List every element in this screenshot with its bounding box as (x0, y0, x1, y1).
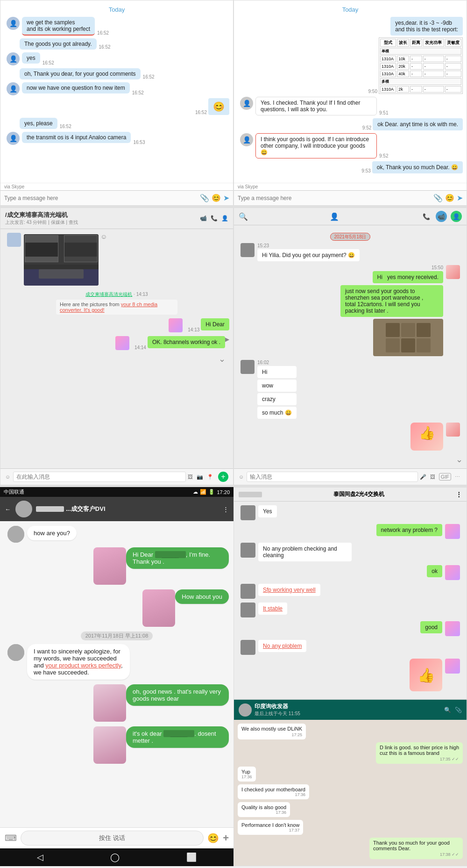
message-bubble: OK. 8channels working ok . (148, 336, 225, 348)
attachment-icon[interactable]: 📎 (200, 194, 209, 202)
list-item: Hi Dear _____, I'm fine. Thank you . (5, 547, 229, 585)
message-bubble: Hi Dear (201, 318, 229, 330)
phone-icon[interactable]: 📞 (211, 215, 218, 222)
message-bubble: Hi (257, 366, 297, 378)
message-bubble: oh, Thank you dear, for your good commen… (20, 68, 141, 79)
message-bubble: just now send your goods to shenzhen sea… (340, 285, 443, 317)
avatar (241, 243, 255, 257)
emoji-icon[interactable]: 😊 (212, 194, 221, 202)
table-row: 👤 I think your goods is good. If I can i… (238, 133, 463, 158)
message-bubble: We also mostly use DLiNK17:25 (238, 724, 306, 739)
whatsapp-header: 印度询收发器 最后上线于今天 11:55 🔍 📎 (234, 700, 467, 720)
list-item: Hi Dear 14:13 (4, 318, 229, 332)
message-bubble: How about you (175, 589, 229, 604)
message-bubble: oh, good news . that's really very goods… (126, 684, 229, 706)
table-row: 😊 16:52 (4, 98, 229, 115)
more-icon-switch[interactable]: ⋮ (456, 491, 462, 498)
wechat-panel-right: 🔍 👤 📞 📹 👤 2021年5月18日 15:23 Hi Yilia. Did… (234, 208, 467, 485)
message-bubble: how are you? (27, 526, 77, 540)
image-icon-wechat[interactable]: 🖼 (430, 474, 435, 480)
back-icon[interactable]: ← (5, 506, 11, 513)
mic-icon-wechat[interactable]: 🎤 (420, 474, 426, 480)
list-item: Sfp working very well (238, 584, 463, 599)
list-item: it's ok dear _____. dosent metter . (5, 726, 229, 764)
add-icon[interactable]: + (218, 472, 228, 482)
scroll-down-btn[interactable]: ⌄ (4, 354, 226, 364)
contact-avatar (15, 501, 32, 517)
list-item: I want to sincerely apologize, for my wo… (5, 644, 229, 680)
message-bubble: it's ok dear _____. dosent metter . (126, 726, 229, 748)
location-icon[interactable]: 📍 (207, 474, 213, 480)
battery-icon: 🔋 (208, 489, 215, 495)
wechat-input-right[interactable] (247, 472, 417, 482)
send-icon-right[interactable]: ➤ (457, 194, 463, 202)
image-icon[interactable]: 🖼 (188, 474, 193, 480)
chat-input[interactable] (4, 195, 198, 201)
list-item: Quality is also good17:36 (238, 802, 463, 817)
avatar (445, 659, 460, 674)
list-item: Yup17:36 (238, 767, 463, 782)
message-bubble: No any problem checking and cleaning (258, 543, 352, 561)
gif-icon-wechat[interactable]: GIF (439, 473, 451, 481)
contact-icon[interactable]: 👤 (221, 215, 228, 222)
avatar: 👤 (7, 52, 20, 65)
whatsapp-panel: 印度询收发器 最后上线于今天 11:55 🔍 📎 We also mostly … (234, 699, 467, 866)
add-icon-android[interactable]: + (223, 832, 229, 844)
avatar (7, 526, 24, 543)
table-row: yes,dear. it is -3 ~ -9dband this is the… (238, 17, 463, 94)
sticker: 👍 (410, 423, 443, 451)
contact-icon-wechat[interactable]: 👤 (330, 212, 339, 221)
list-item: No any ploblem (238, 640, 463, 655)
message-time: 16:52 (97, 30, 109, 36)
whatsapp-title: 印度询收发器 (255, 703, 300, 710)
more-icon-android[interactable]: ⋮ (223, 506, 229, 513)
emoji-icon-right-wechat[interactable]: ☺ (239, 474, 244, 480)
message-time: 9:53 (361, 168, 370, 173)
wechat-input-area-right[interactable]: ☺ 🎤 🖼 GIF ⋯ (234, 468, 467, 485)
keyboard-icon-android[interactable]: ⌨ (5, 833, 17, 843)
back-nav-icon[interactable]: ◁ (37, 852, 43, 862)
message-time: 16:52 (60, 124, 71, 129)
emoji-icon-wechat[interactable]: ☺ (5, 474, 10, 480)
chat-input-area[interactable]: 📎 😊 ➤ (0, 190, 233, 205)
camera-feed-top (24, 234, 99, 265)
video-icon-blue[interactable]: 📹 (436, 211, 447, 222)
message-time: 9:52 (379, 153, 388, 158)
call-icon[interactable]: 📞 (421, 211, 432, 222)
wechat-input-left[interactable] (13, 472, 186, 482)
recents-nav-icon[interactable]: ⬜ (186, 852, 197, 862)
android-input-area[interactable]: ⌨ 按住 说话 😊 + (0, 827, 234, 848)
message-bubble: Hi Dear _____, I'm fine. Thank you . (126, 547, 229, 569)
list-item: 15:23 Hi Yilia. Did you get our payment?… (238, 243, 463, 261)
list-item: 16:02 Hi wow crazy so much 😀 (238, 360, 463, 419)
wechat-input-area-left[interactable]: ☺ 🖼 📷 📍 + (0, 468, 233, 485)
emoji-icon-right[interactable]: 😊 (445, 194, 454, 202)
message-bubble: so much 😀 (257, 407, 297, 419)
video-icon[interactable]: 📹 (200, 215, 207, 222)
scroll-down-right[interactable]: ⌄ (238, 454, 463, 465)
add-icon-teal[interactable]: 👤 (451, 211, 462, 222)
avatar (241, 543, 255, 558)
list-item: D link is good. so thier price is highcu… (238, 742, 463, 764)
message-bubble: network any problem ? (376, 524, 442, 536)
chat-messages-right: Today yes,dear. it is -3 ~ -9dband this … (234, 0, 467, 183)
attachment-icon-wa[interactable]: 📎 (455, 707, 462, 713)
via-label: via Skype (0, 183, 233, 190)
list-item: ☺ (4, 233, 229, 286)
send-icon[interactable]: ➤ (223, 194, 229, 202)
search-icon-wa[interactable]: 🔍 (444, 707, 451, 713)
chat-input-right[interactable] (238, 195, 431, 201)
search-icon-wechat[interactable]: 🔍 (239, 212, 248, 221)
emoji-icon-android[interactable]: 😊 (207, 832, 219, 844)
chat-input-area-right[interactable]: 📎 😊 ➤ (234, 190, 467, 205)
message-bubble: Hi Yilia. Did you get our payment? 😀 (257, 249, 360, 261)
attachment-icon-right[interactable]: 📎 (433, 194, 443, 202)
message-bubble: ok (427, 565, 442, 577)
avatar (241, 584, 255, 599)
more-icon-wechat[interactable]: ⋯ (455, 474, 460, 480)
screenshot-icon[interactable]: 📷 (197, 474, 203, 480)
voice-btn[interactable]: 按住 说话 (21, 831, 204, 846)
message-time: 16:53 (133, 140, 145, 145)
home-nav-icon[interactable]: ◯ (110, 852, 120, 862)
avatar (7, 644, 24, 661)
